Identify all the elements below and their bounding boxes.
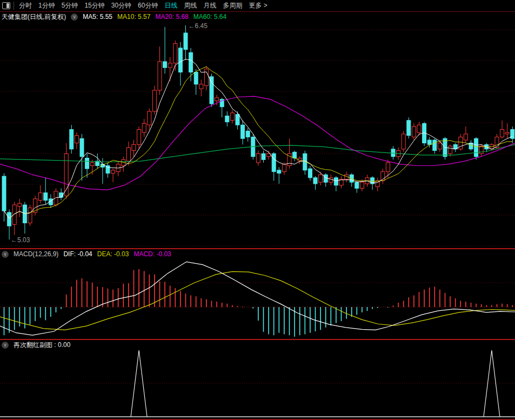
chevron-down-icon[interactable]: ∨: [2, 342, 9, 349]
period-tab-30分钟[interactable]: 30分钟: [108, 1, 135, 10]
period-tab-15分钟[interactable]: 15分钟: [81, 1, 108, 10]
panel-separator: [0, 339, 515, 340]
signal-header: ∨ 再次翻红副图 : 0.00: [2, 341, 75, 349]
period-tab-日线[interactable]: 日线: [161, 1, 180, 10]
period-tab-多周期[interactable]: 多周期: [219, 1, 245, 10]
macd-chart[interactable]: [0, 249, 515, 339]
dif-label: DIF: -0.04: [63, 250, 92, 258]
panel-separator: [0, 248, 515, 249]
macd-label: MACD: -0.03: [133, 250, 171, 258]
dif-line: [0, 262, 515, 335]
period-tab-60分钟[interactable]: 60分钟: [135, 1, 161, 10]
ma20-label: MA20: 5.68: [155, 13, 188, 21]
window-split-icon[interactable]: [2, 2, 10, 9]
dea-line: [0, 271, 515, 330]
candles-layer: [2, 25, 514, 239]
macd-indicator-name: MACD(12,26,9): [14, 250, 58, 258]
stock-title: 天健集团(日线,前复权): [2, 12, 66, 22]
period-toolbar: 分时1分钟5分钟15分钟30分钟60分钟日线周线月线多周期更多 >: [0, 0, 515, 11]
macd-header: ∨ MACD(12,26,9) DIF: -0.04DEA: -0.03MACD…: [2, 250, 176, 258]
period-tab-周线[interactable]: 周线: [180, 1, 200, 10]
low-annotation: ←5.03: [11, 236, 30, 244]
period-tabs: 分时1分钟5分钟15分钟30分钟60分钟日线周线月线多周期更多 >: [16, 1, 271, 10]
macd-histogram: [4, 269, 513, 337]
trading-app-window: 分时1分钟5分钟15分钟30分钟60分钟日线周线月线多周期更多 > 天健集团(日…: [0, 0, 515, 420]
ma5-label: MA5: 5.55: [83, 13, 112, 21]
period-tab-5分钟[interactable]: 5分钟: [58, 1, 82, 10]
chevron-down-icon[interactable]: ∨: [2, 251, 9, 258]
toolbar-divider: [14, 2, 14, 10]
signal-indicator-name: 再次翻红副图 : 0.00: [14, 341, 70, 350]
signal-chart[interactable]: [0, 340, 515, 419]
ma10-label: MA10: 5.57: [117, 13, 150, 21]
panel-separator: [0, 11, 515, 12]
chevron-down-icon[interactable]: ∨: [71, 14, 78, 21]
signal-spike: [131, 350, 147, 417]
ma60-label: MA60: 5.64: [193, 13, 226, 21]
high-annotation: ←6.45: [189, 22, 208, 30]
period-tab-分时[interactable]: 分时: [16, 1, 35, 10]
dea-label: DEA: -0.03: [97, 250, 129, 258]
period-tab-月线[interactable]: 月线: [200, 1, 219, 10]
period-tab-1分钟[interactable]: 1分钟: [35, 1, 58, 10]
candlestick-chart[interactable]: ←6.45←5.03: [0, 12, 515, 248]
main-chart-header: 天健集团(日线,前复权) ∨ MA5: 5.55MA10: 5.57MA20: …: [2, 12, 231, 21]
period-tab-更多[interactable]: 更多 >: [245, 1, 270, 10]
